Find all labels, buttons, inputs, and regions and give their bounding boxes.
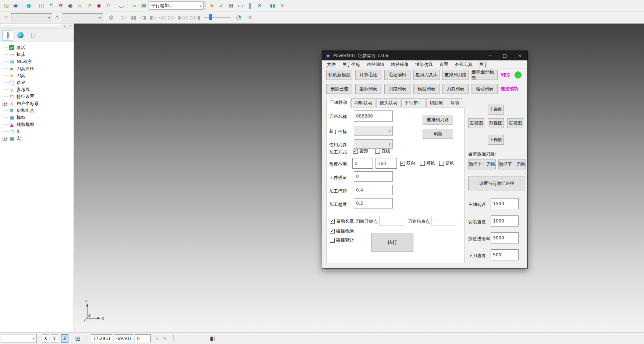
angle-to-input[interactable] [376,158,397,169]
collision-check-checkbox[interactable]: 碰撞检测 [330,228,354,234]
cutting-feed-input[interactable] [491,215,519,227]
delete-selected-button[interactable]: 删除已选 [326,84,352,94]
menu-about[interactable]: 关于 [476,60,491,69]
sidebar-item-activate[interactable]: > 激活 [4,44,74,51]
db-cylinders-icon[interactable]: ◖◗ [268,1,277,10]
tab-help[interactable]: 帮助 [447,98,462,108]
paste-new-model-button[interactable]: 粘贴新模型 [326,70,352,80]
sidebar-item-tools[interactable]: ⋔ 刀具 [4,72,74,79]
active-toolpath-icon[interactable]: ≈ [130,1,139,10]
coord-list-button[interactable]: 坐标列表 [355,84,381,94]
minimize-icon[interactable]: — [482,51,497,60]
conventional-checkbox[interactable]: 逆铣 [439,160,454,166]
bottom-view-button[interactable]: 下视图 [488,135,504,145]
skip-start-icon[interactable]: ▮◁◁ [177,13,189,22]
expand-icon[interactable]: + [3,102,7,106]
sidebar-item-toolpaths[interactable]: ≈ 刀具路径 [4,65,74,72]
pick-cursor-icon[interactable]: ↖ [163,335,168,342]
blank-sphere-icon[interactable]: ● [24,1,33,10]
tool-list-button[interactable]: 刀具列表 [442,84,469,94]
rewind-icon[interactable]: ◁◁ [158,13,167,22]
edit-block-button[interactable]: 毛坯编辑 [384,70,410,80]
activate-prev-toolpath-button[interactable]: 激活上一刀路 [468,159,496,169]
ball-tool-icon[interactable]: ◉ [66,1,75,10]
tab-explorer-tree[interactable]: ╠ [2,30,13,41]
pattern-pencil-icon[interactable]: ↗ [85,1,94,10]
step-back-icon[interactable]: ◁▮ [139,13,147,22]
sim-tool-combo[interactable]: ∨ [62,13,103,21]
menu-path-edit[interactable]: 路径编辑 [363,60,388,69]
sidebar-item-nc-programs[interactable]: ▤ NC程序 [4,58,74,65]
tab-recycle-bin[interactable]: ∐ [27,30,38,41]
tab-3axis[interactable]: 三轴联动 [326,98,351,108]
close-sim-toolbar-icon[interactable]: × [246,13,255,22]
block-icon[interactable]: ◫ [37,1,46,10]
stepover-input[interactable] [354,185,393,195]
tab-4axis[interactable]: 四轴联动 [351,98,376,108]
base-coord-combo[interactable]: ∨ [354,126,393,136]
stock-remain-input[interactable] [354,171,393,182]
linear-checkbox[interactable]: 直线 [375,148,390,154]
slider-handle[interactable] [209,14,212,20]
close-icon[interactable]: × [512,51,527,60]
toolpath-create-icon[interactable]: ↰ [47,1,56,10]
tab-saw[interactable]: 切割锯 [426,98,446,108]
tab-swivel-head[interactable]: 摆头联动 [376,98,401,108]
sidebar-item-levels-sets[interactable]: ≣ 层和组合 [4,107,74,114]
dialog-titlebar[interactable]: ★ PowerMILL 忆梦星河 7.0.6 — □ × [322,51,527,60]
menu-about-coords[interactable]: 关于坐标 [339,60,363,69]
toolpath-list-icon[interactable]: ▤ [139,1,148,10]
boundary-icon[interactable]: ∪ [75,1,84,10]
expand-icon[interactable]: + [3,137,7,141]
calculator-icon[interactable]: ⊞ [227,1,235,10]
sidebar-item-machine-tools[interactable]: ▭ 机床 [4,51,74,58]
tool-pair-icon[interactable]: ‖ [246,1,255,10]
axis-y-button[interactable]: Y [51,334,58,343]
toolpath-name-input[interactable] [354,110,393,122]
skim-feed-input[interactable] [491,232,519,243]
ruler-icon[interactable]: ▭ [236,1,245,10]
coordinate-x-field[interactable] [91,334,112,342]
sim-speed-slider[interactable] [204,14,231,21]
delete-all-models-button[interactable]: 删除全部模型 [472,70,498,80]
start-point-input[interactable] [380,216,404,225]
bidirectional-checkbox[interactable]: 双向 [400,160,415,166]
axis-x-button[interactable]: X [42,334,49,343]
coordinate-z-field[interactable] [135,334,151,342]
screen-toggle-icon[interactable]: ◧ [210,335,215,342]
calc-block-button[interactable]: 计算毛坯 [355,70,381,80]
save-icon[interactable]: ▣ [11,1,20,10]
light-icon[interactable]: ◍ [107,13,115,22]
play-icon[interactable]: ▷ [120,13,128,22]
open-file-icon[interactable]: ▨ [2,1,11,10]
simulate-collision-icon[interactable]: ★ [207,1,216,10]
top-view-button[interactable]: 上视图 [488,105,504,115]
coordinate-y-field[interactable] [114,334,133,342]
clock-icon[interactable]: ◔ [234,13,243,22]
refresh-button[interactable]: 刷新 [423,129,453,139]
right-view-button[interactable]: 右视图 [507,118,523,128]
step-forward-icon[interactable]: ▮▷ [148,13,157,22]
sidebar-item-stock-models[interactable]: ▲ 残留模型 [4,121,74,128]
angle-from-input[interactable] [352,158,373,169]
activate-next-toolpath-button[interactable]: 激活下一刀路 [498,159,526,169]
close-toolbar-icon[interactable]: × [278,1,287,10]
drive-list-button[interactable]: 驱动列表 [472,84,498,94]
toolpath-list-button[interactable]: 刀路列表 [384,84,410,94]
axis-z-button[interactable]: Z [61,334,68,343]
climb-checkbox[interactable]: 顺铣 [420,160,435,166]
rearrange-button[interactable]: 重排列刀路 [423,115,453,125]
close-panel-icon[interactable]: × [68,24,73,28]
grid-icon[interactable]: ⊞ [75,335,80,342]
tab-parallel[interactable]: 平行加工 [401,98,426,108]
model-list-button[interactable]: 模型列表 [413,84,440,94]
toolholder-icon[interactable]: ⊓ [104,1,113,10]
list-icon[interactable]: ≣ [154,335,159,342]
menu-external-tools[interactable]: 外部工具 [452,60,476,69]
sidebar-item-models[interactable]: ▦ 模型 [4,114,74,121]
left-view-button[interactable]: 左视图 [468,118,484,128]
view-combo[interactable]: ∨ [1,334,37,343]
simulate-ok-icon[interactable]: ✓ [217,1,226,10]
sidebar-item-groups[interactable]: ◫ 组 [4,128,74,135]
execute-button[interactable]: 执行 [371,233,413,252]
